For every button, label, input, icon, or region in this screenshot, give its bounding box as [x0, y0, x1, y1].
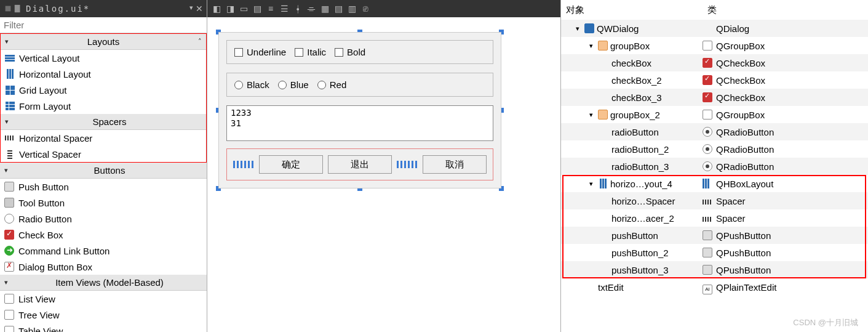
dropdown-icon[interactable]: ▾	[189, 4, 193, 14]
widget-item[interactable]: ➜Command Link Button	[0, 243, 207, 259]
radio-blue[interactable]: Blue	[278, 79, 309, 90]
groupbox-icon	[703, 41, 712, 51]
object-row[interactable]: horizo…yout_4QHBoxLayout	[561, 175, 868, 192]
widget-item[interactable]: List View	[0, 291, 207, 307]
textedit-icon: AI	[703, 282, 712, 292]
class-name: QCheckBox	[716, 75, 765, 86]
widget-item[interactable]: ✓Check Box	[0, 227, 207, 243]
chevron-down-icon[interactable]	[573, 25, 582, 33]
dialogbuttonbox-icon: ✗	[4, 261, 15, 272]
object-row[interactable]: pushButton_2QPushButton	[561, 244, 868, 261]
radio-red[interactable]: Red	[317, 79, 347, 90]
groupbox-radios[interactable]: Black Blue Red	[226, 73, 493, 97]
object-row[interactable]: groupBoxQGroupBox	[561, 37, 868, 54]
widget-filter-input[interactable]	[0, 17, 207, 33]
treeview-icon	[4, 309, 15, 320]
chevron-down-icon[interactable]	[587, 42, 595, 50]
widget-item[interactable]: Horizontal Layout	[1, 66, 206, 82]
tool-icon[interactable]: ◨	[225, 3, 236, 14]
object-row[interactable]: groupBox_2QGroupBox	[561, 106, 868, 123]
checkbox-italic[interactable]: Italic	[295, 47, 326, 57]
radio-black[interactable]: Black	[234, 79, 269, 90]
object-row[interactable]: txtEditAIQPlainTextEdit	[561, 278, 868, 296]
vspacer-icon	[4, 148, 15, 160]
watermark: CSDN @十月旧城	[793, 317, 858, 328]
object-row[interactable]: checkBox_3✓QCheckBox	[561, 89, 868, 106]
tool-icon[interactable]: ⎚	[360, 3, 371, 14]
widget-item[interactable]: Form Layout	[1, 98, 206, 114]
tool-icon[interactable]: ▭	[238, 3, 249, 14]
vlayout-tool-icon[interactable]: ☰	[279, 3, 290, 14]
radio-icon	[703, 161, 712, 171]
object-inspector-body[interactable]: QWDialogQDialoggroupBoxQGroupBoxcheckBox…	[561, 20, 868, 332]
widget-group-header[interactable]: Buttons	[0, 163, 207, 179]
object-row[interactable]: checkBox_2✓QCheckBox	[561, 71, 868, 89]
widget-item[interactable]: Table View	[0, 323, 207, 332]
exit-button[interactable]: 退出	[328, 155, 392, 174]
object-name: pushButton	[611, 230, 658, 241]
form-canvas-area[interactable]: Underline Italic Bold Black Blue Red 123…	[207, 17, 560, 332]
widget-item[interactable]: Horizontal Spacer	[1, 130, 206, 146]
widget-item[interactable]: Grid Layout	[1, 82, 206, 98]
checkbox-bold[interactable]: Bold	[335, 47, 365, 57]
object-name: groupBox	[610, 41, 650, 51]
groupbox-icon	[703, 110, 712, 119]
dialog-form[interactable]: Underline Italic Bold Black Blue Red 123…	[218, 32, 501, 188]
spacer-icon	[703, 196, 712, 206]
class-name: QRadioButton	[716, 127, 774, 137]
chevron-down-icon	[1, 118, 13, 126]
widget-group-header[interactable]: Layouts ˄	[1, 34, 206, 50]
widget-item[interactable]: Radio Button	[0, 211, 207, 227]
widget-item[interactable]: Vertical Spacer	[1, 146, 206, 162]
widget-item[interactable]: Push Button	[0, 179, 207, 195]
toolbutton-icon	[4, 197, 15, 208]
tool-icon[interactable]: ◧	[211, 3, 222, 14]
grid-tool-icon[interactable]: ▦	[319, 3, 330, 14]
widget-item[interactable]: Tool Button	[0, 195, 207, 211]
tool-icon[interactable]: ⌯	[306, 3, 317, 14]
object-row[interactable]: radioButtonQRadioButton	[561, 123, 868, 140]
checkbox-underline[interactable]: Underline	[234, 47, 286, 57]
chevron-down-icon[interactable]	[587, 180, 595, 188]
class-name: Spacer	[716, 213, 746, 224]
pushbutton-icon	[703, 230, 712, 240]
widget-group-header[interactable]: Item Views (Model-Based)	[0, 275, 207, 291]
button-row-layout[interactable]: 确定 退出 取消	[226, 148, 493, 180]
widget-item[interactable]: Tree View	[0, 307, 207, 323]
object-row[interactable]: radioButton_2QRadioButton	[561, 140, 868, 158]
scroll-up-icon[interactable]: ˄	[194, 38, 206, 46]
svg-rect-0	[6, 6, 11, 12]
object-name: radioButton_3	[611, 161, 669, 172]
plain-text-edit[interactable]: 1233 31	[226, 105, 493, 141]
file-icon	[14, 4, 22, 13]
class-name: QPushButton	[716, 248, 771, 258]
object-name: groupBox_2	[610, 110, 660, 120]
dialog-icon	[584, 23, 594, 33]
pushbutton-icon	[703, 248, 712, 257]
class-name: QDialog	[716, 23, 749, 34]
widget-item[interactable]: Vertical Layout	[1, 50, 206, 66]
class-name: QPushButton	[716, 265, 771, 275]
object-row[interactable]: horizo…SpacerSpacer	[561, 192, 868, 209]
tool-icon[interactable]: ▤	[333, 3, 344, 14]
chevron-down-icon[interactable]	[587, 111, 595, 119]
class-name: QRadioButton	[716, 161, 774, 172]
object-row[interactable]: pushButtonQPushButton	[561, 227, 868, 244]
tool-icon[interactable]: ⍿	[292, 3, 303, 14]
object-row[interactable]: radioButton_3QRadioButton	[561, 158, 868, 175]
groupbox-checkboxes[interactable]: Underline Italic Bold	[226, 40, 493, 64]
object-row[interactable]: QWDialogQDialog	[561, 20, 868, 37]
hlayout-tool-icon[interactable]: ≡	[265, 3, 276, 14]
widget-item[interactable]: ✗Dialog Button Box	[0, 259, 207, 275]
object-row[interactable]: horizo…acer_2Spacer	[561, 209, 868, 227]
hlayout-icon	[598, 179, 608, 188]
object-row[interactable]: checkBox✓QCheckBox	[561, 54, 868, 71]
tool-icon[interactable]: ▥	[346, 3, 357, 14]
tool-icon[interactable]: ▤	[252, 3, 263, 14]
object-row[interactable]: pushButton_3QPushButton	[561, 261, 868, 278]
ok-button[interactable]: 确定	[259, 155, 323, 174]
close-tab-icon[interactable]: ✕	[196, 4, 203, 14]
widget-group-header[interactable]: Spacers	[1, 114, 206, 130]
cancel-button[interactable]: 取消	[423, 155, 487, 174]
object-inspector-header: 对象 类	[561, 0, 868, 20]
